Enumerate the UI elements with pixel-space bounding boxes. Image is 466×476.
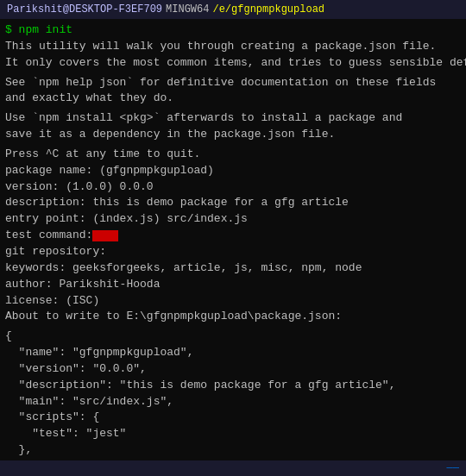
output-line: "main": "src/index.js",	[5, 394, 461, 410]
title-bar: Parikshit@DESKTOP-F3EF709 MINGW64 /e/gfg…	[0, 0, 466, 19]
output-line: description: this is demo package for a …	[5, 195, 461, 211]
title-shell: MINGW64	[166, 3, 209, 16]
output-line: git repository:	[5, 244, 461, 260]
output-line: "scripts": {	[5, 410, 461, 426]
command-line: $ npm init	[5, 22, 461, 39]
output-line: save it as a dependency in the package.j…	[5, 127, 461, 143]
title-path: /e/gfgnpmpkgupload	[212, 3, 324, 16]
bottom-bar: ──	[0, 460, 466, 476]
output-line: Press ^C at any time to quit.	[5, 147, 461, 163]
output-line: package name: (gfgnpmpkgupload)	[5, 163, 461, 179]
output-line: },	[5, 442, 461, 459]
output-line: "name": "gfgnpmpkgupload",	[5, 345, 461, 361]
terminal-content[interactable]: $ npm initThis utility will walk you thr…	[0, 19, 466, 460]
output-line: About to write to E:\gfgnpmpkgupload\pac…	[5, 309, 461, 325]
output-line: "version": "0.0.0",	[5, 361, 461, 378]
test-command-line: test command:	[5, 228, 461, 244]
output-line: See `npm help json` for definitive docum…	[5, 75, 461, 91]
output-line: This utility will walk you through creat…	[5, 39, 461, 55]
output-line: keywords: geeksforgeeks, article, js, mi…	[5, 260, 461, 277]
output-line: entry point: (index.js) src/index.js	[5, 211, 461, 228]
output-line: license: (ISC)	[5, 293, 461, 310]
output-line: Use `npm install <pkg>` afterwards to in…	[5, 110, 461, 127]
cursor-block	[92, 230, 118, 241]
title-user: Parikshit@DESKTOP-F3EF709	[7, 3, 162, 16]
output-line: version: (1.0.0) 0.0.0	[5, 179, 461, 196]
output-line: It only covers the most common items, an…	[5, 55, 461, 72]
output-line: "description": "this is demo package for…	[5, 378, 461, 394]
bottom-indicator: ──	[447, 462, 459, 474]
terminal-window: Parikshit@DESKTOP-F3EF709 MINGW64 /e/gfg…	[0, 0, 466, 476]
output-line: {	[5, 329, 461, 345]
output-line: and exactly what they do.	[5, 91, 461, 107]
output-line: author: Parikshit-Hooda	[5, 277, 461, 293]
output-line: "test": "jest"	[5, 426, 461, 442]
